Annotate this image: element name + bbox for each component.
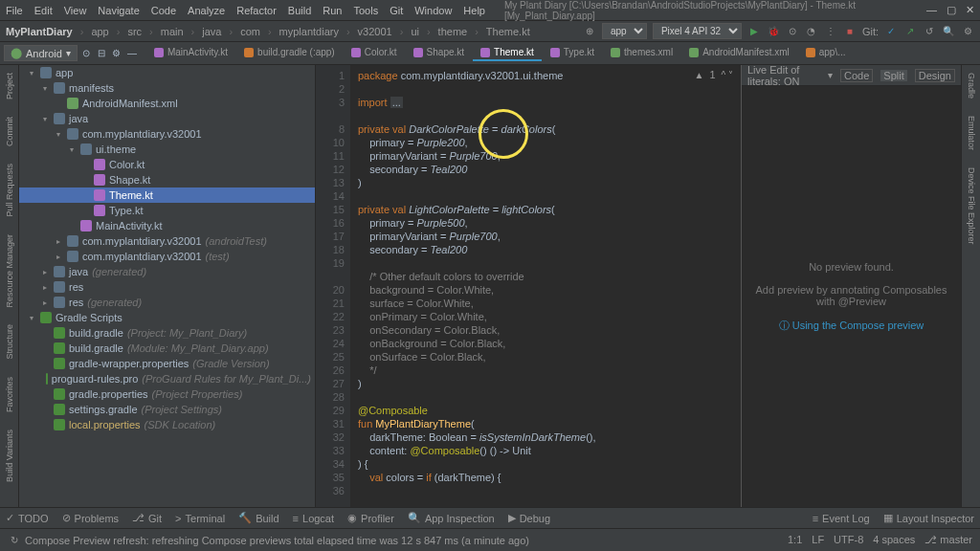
breadcrumb-item[interactable]: ui xyxy=(411,26,419,37)
menu-view[interactable]: View xyxy=(64,5,87,16)
tree-item[interactable]: ▾ui.theme xyxy=(19,142,315,157)
bottom-Problems[interactable]: ⊘Problems xyxy=(62,512,119,524)
tab-build.gradle (:app)[interactable]: build.gradle (:app) xyxy=(236,45,343,61)
menu-help[interactable]: Help xyxy=(463,5,485,16)
leftrail-Project[interactable]: Project xyxy=(5,73,14,99)
tree-item[interactable]: build.gradle (Project: My_Plant_Diary) xyxy=(19,325,315,341)
bottom-Logcat[interactable]: ≡Logcat xyxy=(293,513,334,524)
bottom-Git[interactable]: ⎇Git xyxy=(132,512,162,524)
status-segment[interactable]: ⎇ master xyxy=(924,534,972,546)
profile-icon[interactable]: ◔ xyxy=(805,25,818,38)
breadcrumb-item[interactable]: MyPlantDiary xyxy=(6,26,73,37)
tree-item[interactable]: ▸java (generated) xyxy=(19,264,315,279)
status-segment[interactable]: LF xyxy=(812,534,824,546)
tree-item[interactable]: ▾Gradle Scripts xyxy=(19,310,315,325)
menu-refactor[interactable]: Refactor xyxy=(236,5,277,16)
breadcrumb-item[interactable]: src xyxy=(127,26,142,37)
bottom-Terminal[interactable]: >Terminal xyxy=(175,513,225,524)
leftrail-Structure[interactable]: Structure xyxy=(5,324,14,360)
code-area[interactable]: package com.myplantdiary.v32001.ui.theme… xyxy=(350,65,741,507)
breadcrumb-item[interactable]: java xyxy=(202,26,221,37)
add-config-icon[interactable]: ⊕ xyxy=(583,25,596,38)
menu-analyze[interactable]: Analyze xyxy=(188,5,225,16)
live-edit-toggle[interactable]: Live Edit of literals: ON xyxy=(747,64,820,87)
leftrail-Favorites[interactable]: Favorites xyxy=(5,377,14,412)
leftrail-Commit[interactable]: Commit xyxy=(5,117,14,146)
tree-item[interactable]: ▸res (generated) xyxy=(19,295,315,310)
bottom-Build[interactable]: 🔨Build xyxy=(238,512,278,524)
settings-icon[interactable]: ⚙ xyxy=(961,25,974,38)
attach-icon[interactable]: ⋮ xyxy=(824,25,837,38)
tree-item[interactable]: ▾manifests xyxy=(19,80,315,96)
search-icon[interactable]: 🔍 xyxy=(942,25,955,38)
vcs-push-icon[interactable]: ↗ xyxy=(903,25,917,38)
code-view-button[interactable]: Code xyxy=(840,69,873,82)
run-icon[interactable]: ▶ xyxy=(747,25,761,38)
bottom-Debug[interactable]: ▶Debug xyxy=(508,512,550,524)
tree-item[interactable]: local.properties (SDK Location) xyxy=(19,417,315,432)
tree-item[interactable]: ▾com.myplantdiary.v32001 xyxy=(19,126,315,142)
rightrail-Emulator[interactable]: Emulator xyxy=(967,116,976,150)
status-segment[interactable]: 4 spaces xyxy=(873,534,915,546)
status-segment[interactable]: UTF-8 xyxy=(834,534,863,546)
leftrail-Resource Manager[interactable]: Resource Manager xyxy=(5,234,14,308)
status-segment[interactable]: 1:1 xyxy=(788,534,802,546)
gear-icon[interactable]: ⚙ xyxy=(110,47,123,60)
design-view-button[interactable]: Design xyxy=(915,69,955,82)
coverage-icon[interactable]: ⊙ xyxy=(786,25,799,38)
rightrail-Gradle[interactable]: Gradle xyxy=(967,73,976,99)
bottom-Layout Inspector[interactable]: ▦Layout Inspector xyxy=(883,512,974,524)
minimize-icon[interactable]: — xyxy=(926,4,937,16)
code-editor[interactable]: 123 810111213141516171819 20212223242526… xyxy=(316,65,741,507)
bottom-App Inspection[interactable]: 🔍App Inspection xyxy=(408,512,495,524)
tree-item[interactable]: Shape.kt xyxy=(19,172,315,187)
tab-Type.kt[interactable]: Type.kt xyxy=(543,45,602,61)
tree-item[interactable]: gradle.properties (Project Properties) xyxy=(19,386,315,402)
tree-item[interactable]: ▸com.myplantdiary.v32001 (androidTest) xyxy=(19,233,315,249)
breadcrumb-item[interactable]: app xyxy=(91,26,108,37)
tree-item[interactable]: proguard-rules.pro (ProGuard Rules for M… xyxy=(19,371,315,386)
tree-item[interactable]: Color.kt xyxy=(19,157,315,172)
debug-icon[interactable]: 🐞 xyxy=(767,25,780,38)
maximize-icon[interactable]: ▢ xyxy=(947,4,956,16)
tree-item[interactable]: ▸com.myplantdiary.v32001 (test) xyxy=(19,249,315,264)
hide-icon[interactable]: — xyxy=(125,47,139,60)
tab-Shape.kt[interactable]: Shape.kt xyxy=(406,45,472,61)
vcs-update-icon[interactable]: ✓ xyxy=(884,25,898,38)
collapse-icon[interactable]: ⊟ xyxy=(95,47,108,60)
tree-item[interactable]: build.gradle (Module: My_Plant_Diary.app… xyxy=(19,341,315,356)
scroll-from-source-icon[interactable]: ⊙ xyxy=(79,47,93,60)
rightrail-Device File Explorer[interactable]: Device File Explorer xyxy=(967,167,976,245)
tree-item[interactable]: ▸res xyxy=(19,279,315,295)
breadcrumb-item[interactable]: myplantdiary xyxy=(279,26,339,37)
breadcrumb-item[interactable]: Theme.kt xyxy=(486,26,530,37)
breadcrumb-item[interactable]: com xyxy=(240,26,260,37)
menu-build[interactable]: Build xyxy=(288,5,311,16)
stop-icon[interactable]: ■ xyxy=(843,25,857,38)
menu-tools[interactable]: Tools xyxy=(353,5,378,16)
menu-git[interactable]: Git xyxy=(390,5,403,16)
tab-themes.xml[interactable]: themes.xml xyxy=(603,45,680,61)
tree-item[interactable]: MainActivity.kt xyxy=(19,218,315,233)
project-tree[interactable]: ▾app▾manifestsAndroidManifest.xml▾java▾c… xyxy=(19,65,316,507)
tree-item[interactable]: ▾app xyxy=(19,65,315,80)
split-view-button[interactable]: Split xyxy=(880,70,906,81)
leftrail-Pull Requests[interactable]: Pull Requests xyxy=(5,164,14,217)
device-select[interactable]: Pixel 4 API 32 xyxy=(653,23,742,39)
bottom-TODO[interactable]: ✓TODO xyxy=(6,512,49,524)
close-icon[interactable]: ✕ xyxy=(966,4,974,16)
bottom-Event Log[interactable]: ≡Event Log xyxy=(813,512,870,524)
tab-app\...[interactable]: app\... xyxy=(798,45,854,61)
tab-AndroidManifest.xml[interactable]: AndroidManifest.xml xyxy=(681,45,797,61)
menu-window[interactable]: Window xyxy=(414,5,452,16)
tree-item[interactable]: AndroidManifest.xml xyxy=(19,96,315,111)
tree-item[interactable]: Type.kt xyxy=(19,203,315,218)
menu-edit[interactable]: Edit xyxy=(34,5,53,16)
menu-run[interactable]: Run xyxy=(323,5,342,16)
tree-item[interactable]: ▾java xyxy=(19,111,315,126)
tree-item[interactable]: settings.gradle (Project Settings) xyxy=(19,402,315,417)
menu-file[interactable]: File xyxy=(6,5,23,16)
menu-navigate[interactable]: Navigate xyxy=(98,5,139,16)
breadcrumb-item[interactable]: main xyxy=(161,26,184,37)
vcs-history-icon[interactable]: ↺ xyxy=(923,25,936,38)
